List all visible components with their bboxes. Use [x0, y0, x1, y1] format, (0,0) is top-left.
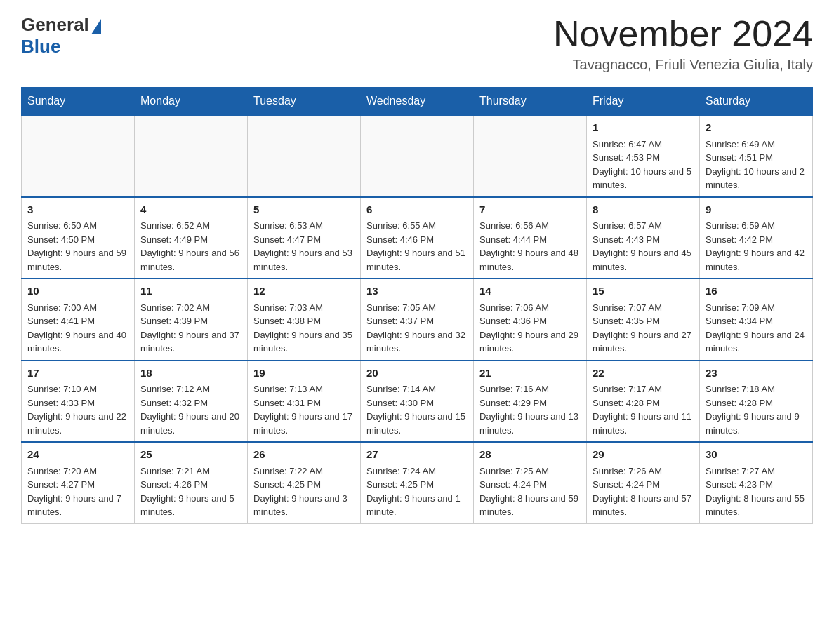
- sunset-text: Sunset: 4:34 PM: [706, 316, 773, 326]
- calendar-week-1: 1Sunrise: 6:47 AMSunset: 4:53 PMDaylight…: [22, 115, 813, 197]
- sunset-text: Sunset: 4:27 PM: [27, 479, 95, 490]
- daylight-text: Daylight: 9 hours and 9 minutes.: [706, 411, 800, 436]
- daylight-text: Daylight: 9 hours and 15 minutes.: [366, 411, 465, 436]
- daylight-text: Daylight: 9 hours and 42 minutes.: [706, 248, 805, 272]
- daylight-text: Daylight: 9 hours and 20 minutes.: [140, 411, 239, 436]
- sunset-text: Sunset: 4:30 PM: [366, 398, 434, 408]
- calendar-week-4: 17Sunrise: 7:10 AMSunset: 4:33 PMDayligh…: [22, 361, 813, 443]
- sunrise-text: Sunrise: 7:05 AM: [366, 302, 436, 313]
- sunrise-text: Sunrise: 6:53 AM: [253, 220, 323, 231]
- calendar-cell: 8Sunrise: 6:57 AMSunset: 4:43 PMDaylight…: [587, 197, 700, 279]
- day-number: 10: [27, 283, 128, 300]
- sunset-text: Sunset: 4:26 PM: [140, 479, 208, 490]
- sunrise-text: Sunrise: 7:18 AM: [706, 384, 775, 394]
- day-number: 23: [706, 365, 807, 382]
- calendar-cell: 25Sunrise: 7:21 AMSunset: 4:26 PMDayligh…: [135, 442, 248, 523]
- day-number: 9: [706, 202, 807, 218]
- day-number: 21: [479, 365, 581, 382]
- daylight-text: Daylight: 9 hours and 45 minutes.: [593, 248, 691, 272]
- sunset-text: Sunset: 4:33 PM: [27, 398, 95, 408]
- day-number: 7: [479, 202, 581, 218]
- day-number: 3: [27, 202, 128, 218]
- sunset-text: Sunset: 4:36 PM: [479, 316, 547, 326]
- sunrise-text: Sunrise: 7:22 AM: [253, 466, 323, 476]
- calendar-cell: 12Sunrise: 7:03 AMSunset: 4:38 PMDayligh…: [248, 279, 361, 361]
- day-number: 19: [253, 365, 355, 382]
- day-number: 28: [479, 447, 581, 463]
- sunrise-text: Sunrise: 7:03 AM: [253, 302, 323, 313]
- calendar-cell: 6Sunrise: 6:55 AMSunset: 4:46 PMDaylight…: [361, 197, 474, 279]
- sunset-text: Sunset: 4:31 PM: [253, 398, 321, 408]
- day-number: 14: [479, 283, 581, 300]
- sunset-text: Sunset: 4:32 PM: [140, 398, 208, 408]
- day-header-wednesday: Wednesday: [361, 88, 474, 116]
- sunrise-text: Sunrise: 7:17 AM: [593, 384, 662, 394]
- daylight-text: Daylight: 9 hours and 56 minutes.: [140, 248, 239, 272]
- daylight-text: Daylight: 9 hours and 37 minutes.: [140, 330, 239, 354]
- daylight-text: Daylight: 9 hours and 29 minutes.: [479, 330, 578, 354]
- calendar-cell: 22Sunrise: 7:17 AMSunset: 4:28 PMDayligh…: [587, 361, 700, 443]
- sunset-text: Sunset: 4:53 PM: [593, 152, 660, 163]
- calendar-cell: 19Sunrise: 7:13 AMSunset: 4:31 PMDayligh…: [248, 361, 361, 443]
- day-number: 1: [593, 120, 694, 136]
- calendar-cell: 27Sunrise: 7:24 AMSunset: 4:25 PMDayligh…: [361, 442, 474, 523]
- sunrise-text: Sunrise: 7:12 AM: [140, 384, 210, 394]
- day-number: 6: [366, 202, 468, 218]
- sunrise-text: Sunrise: 7:26 AM: [593, 466, 662, 476]
- calendar-cell: [22, 115, 135, 197]
- sunset-text: Sunset: 4:50 PM: [27, 234, 95, 245]
- daylight-text: Daylight: 9 hours and 5 minutes.: [140, 493, 234, 518]
- calendar-cell: 4Sunrise: 6:52 AMSunset: 4:49 PMDaylight…: [135, 197, 248, 279]
- daylight-text: Daylight: 9 hours and 27 minutes.: [593, 330, 691, 354]
- daylight-text: Daylight: 8 hours and 57 minutes.: [593, 493, 691, 518]
- sunset-text: Sunset: 4:42 PM: [706, 234, 773, 245]
- calendar-cell: 11Sunrise: 7:02 AMSunset: 4:39 PMDayligh…: [135, 279, 248, 361]
- calendar-cell: 1Sunrise: 6:47 AMSunset: 4:53 PMDaylight…: [587, 115, 700, 197]
- calendar-cell: 14Sunrise: 7:06 AMSunset: 4:36 PMDayligh…: [474, 279, 587, 361]
- calendar-cell: 21Sunrise: 7:16 AMSunset: 4:29 PMDayligh…: [474, 361, 587, 443]
- sunset-text: Sunset: 4:43 PM: [593, 234, 660, 245]
- calendar-cell: 30Sunrise: 7:27 AMSunset: 4:23 PMDayligh…: [700, 442, 813, 523]
- page-header: General Blue November 2024 Tavagnacco, F…: [21, 14, 813, 73]
- sunset-text: Sunset: 4:23 PM: [706, 479, 773, 490]
- calendar-cell: 24Sunrise: 7:20 AMSunset: 4:27 PMDayligh…: [22, 442, 135, 523]
- day-number: 25: [140, 447, 241, 463]
- calendar-cell: 3Sunrise: 6:50 AMSunset: 4:50 PMDaylight…: [22, 197, 135, 279]
- daylight-text: Daylight: 9 hours and 11 minutes.: [593, 411, 691, 436]
- day-number: 20: [366, 365, 468, 382]
- day-number: 30: [706, 447, 807, 463]
- sunrise-text: Sunrise: 7:06 AM: [479, 302, 549, 313]
- calendar-cell: 13Sunrise: 7:05 AMSunset: 4:37 PMDayligh…: [361, 279, 474, 361]
- daylight-text: Daylight: 9 hours and 51 minutes.: [366, 248, 465, 272]
- sunset-text: Sunset: 4:49 PM: [140, 234, 208, 245]
- daylight-text: Daylight: 9 hours and 1 minute.: [366, 493, 461, 518]
- day-header-saturday: Saturday: [700, 88, 813, 116]
- daylight-text: Daylight: 9 hours and 24 minutes.: [706, 330, 805, 354]
- day-number: 15: [593, 283, 694, 300]
- daylight-text: Daylight: 9 hours and 35 minutes.: [253, 330, 352, 354]
- day-header-sunday: Sunday: [22, 88, 135, 116]
- day-number: 13: [366, 283, 468, 300]
- calendar-cell: 20Sunrise: 7:14 AMSunset: 4:30 PMDayligh…: [361, 361, 474, 443]
- daylight-text: Daylight: 10 hours and 5 minutes.: [593, 166, 691, 191]
- sunrise-text: Sunrise: 7:10 AM: [27, 384, 97, 394]
- sunrise-text: Sunrise: 7:25 AM: [479, 466, 549, 476]
- day-header-monday: Monday: [135, 88, 248, 116]
- sunrise-text: Sunrise: 6:50 AM: [27, 220, 97, 231]
- sunrise-text: Sunrise: 7:20 AM: [27, 466, 97, 476]
- calendar-cell: 10Sunrise: 7:00 AMSunset: 4:41 PMDayligh…: [22, 279, 135, 361]
- sunset-text: Sunset: 4:25 PM: [366, 479, 434, 490]
- month-title: November 2024: [553, 14, 813, 54]
- calendar-cell: 2Sunrise: 6:49 AMSunset: 4:51 PMDaylight…: [700, 115, 813, 197]
- daylight-text: Daylight: 8 hours and 55 minutes.: [706, 493, 805, 518]
- daylight-text: Daylight: 9 hours and 59 minutes.: [27, 248, 126, 272]
- daylight-text: Daylight: 9 hours and 32 minutes.: [366, 330, 465, 354]
- calendar-cell: 23Sunrise: 7:18 AMSunset: 4:28 PMDayligh…: [700, 361, 813, 443]
- logo-general-text: General: [21, 14, 89, 36]
- calendar-header: SundayMondayTuesdayWednesdayThursdayFrid…: [22, 88, 813, 116]
- sunset-text: Sunset: 4:38 PM: [253, 316, 321, 326]
- day-number: 4: [140, 202, 241, 218]
- calendar-cell: [361, 115, 474, 197]
- sunrise-text: Sunrise: 6:59 AM: [706, 220, 775, 231]
- day-number: 11: [140, 283, 241, 300]
